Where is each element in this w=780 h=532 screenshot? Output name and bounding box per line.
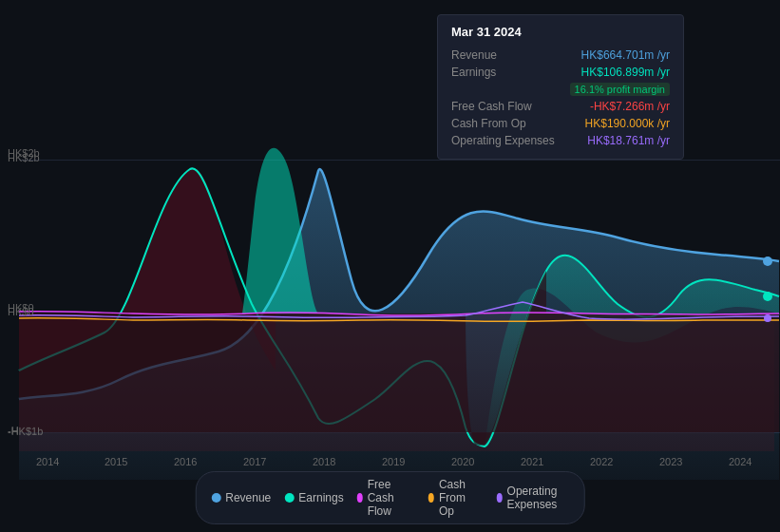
chart-legend: Revenue Earnings Free Cash Flow Cash Fro… (195, 471, 585, 524)
tooltip-revenue-row: Revenue HK$664.701m /yr (451, 47, 670, 64)
revenue-legend-label: Revenue (225, 491, 271, 504)
legend-item-earnings[interactable]: Earnings (284, 491, 343, 504)
fcf-legend-dot (357, 493, 363, 503)
revenue-legend-dot (211, 493, 220, 503)
legend-item-cashop[interactable]: Cash From Op (428, 478, 484, 518)
tooltip-panel: Mar 31 2024 Revenue HK$664.701m /yr Earn… (437, 14, 684, 160)
svg-text:2024: 2024 (729, 456, 751, 467)
svg-text:2022: 2022 (590, 456, 613, 467)
cashop-legend-dot (428, 493, 434, 503)
y-label-neg1b: -HK$1b (8, 426, 43, 437)
y-label-2b: HK$2b (8, 152, 40, 163)
legend-item-revenue[interactable]: Revenue (211, 491, 271, 504)
svg-text:2019: 2019 (382, 456, 405, 467)
y-label-0: HK$0 (8, 306, 34, 317)
earnings-label: Earnings (451, 66, 556, 79)
earnings-legend-label: Earnings (298, 491, 343, 504)
profit-margin-badge: 16.1% profit margin (570, 83, 670, 96)
earnings-legend-dot (284, 493, 294, 503)
opex-dot (764, 314, 771, 322)
earnings-value: HK$106.899m /yr (581, 66, 670, 79)
legend-item-fcf[interactable]: Free Cash Flow (357, 478, 415, 518)
cashop-label: Cash From Op (451, 117, 556, 130)
cashop-legend-label: Cash From Op (439, 478, 484, 518)
svg-text:2020: 2020 (451, 456, 474, 467)
svg-text:2023: 2023 (659, 456, 682, 467)
svg-text:2016: 2016 (174, 456, 197, 467)
tooltip-opex-row: Operating Expenses HK$18.761m /yr (451, 132, 670, 149)
opex-legend-dot (497, 493, 503, 503)
revenue-value: HK$664.701m /yr (581, 48, 670, 62)
opex-value: HK$18.761m /yr (587, 134, 670, 147)
svg-text:2015: 2015 (105, 456, 127, 467)
fcf-value: -HK$7.266m /yr (590, 100, 670, 113)
revenue-label: Revenue (451, 48, 556, 62)
tooltip-fcf-row: Free Cash Flow -HK$7.266m /yr (451, 98, 670, 115)
opex-label: Operating Expenses (451, 134, 556, 147)
earnings-dot (763, 292, 772, 301)
svg-text:2018: 2018 (313, 456, 335, 467)
tooltip-date: Mar 31 2024 (451, 25, 670, 39)
legend-item-opex[interactable]: Operating Expenses (497, 484, 569, 511)
fcf-label: Free Cash Flow (451, 100, 556, 113)
tooltip-margin-row: 16.1% profit margin (451, 81, 670, 98)
fcf-legend-label: Free Cash Flow (368, 478, 415, 518)
svg-text:2017: 2017 (243, 456, 266, 467)
svg-text:2021: 2021 (521, 456, 543, 467)
revenue-dot (763, 256, 772, 266)
cashop-value: HK$190.000k /yr (585, 117, 670, 130)
tooltip-cashop-row: Cash From Op HK$190.000k /yr (451, 115, 670, 132)
svg-text:2014: 2014 (36, 456, 59, 467)
opex-legend-label: Operating Expenses (507, 484, 569, 511)
tooltip-earnings-row: Earnings HK$106.899m /yr (451, 64, 670, 81)
